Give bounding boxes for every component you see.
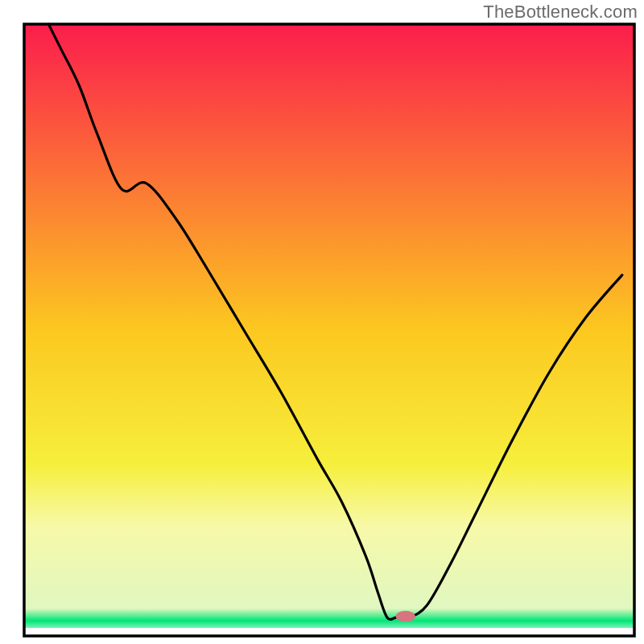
chart-background	[24, 24, 634, 636]
chart-container: TheBottleneck.com	[0, 0, 644, 644]
bottleneck-chart	[0, 0, 644, 644]
sweet-spot-marker	[396, 611, 415, 622]
attribution-text: TheBottleneck.com	[483, 2, 638, 23]
